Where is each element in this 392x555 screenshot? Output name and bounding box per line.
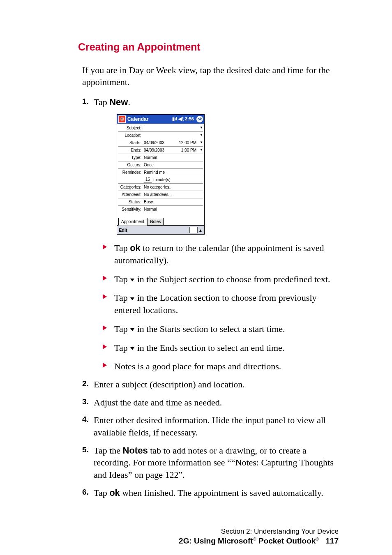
- starts-value[interactable]: 04/09/2003 12:00 PM ▼: [143, 140, 203, 146]
- step-number: 6.: [82, 487, 89, 497]
- device-screenshot: ⊞ Calendar ▮ıl ◀ξ 2:56 ok Subject: ▼: [117, 114, 205, 235]
- reminder-label: Reminder:: [118, 170, 143, 175]
- reminder-time[interactable]: 15 minute(s): [143, 177, 203, 183]
- step-1: 1. Tap New. ⊞ Calendar ▮ıl ◀ξ 2:56 ok: [82, 96, 343, 373]
- type-value[interactable]: Normal: [143, 155, 203, 161]
- status-value[interactable]: Busy: [143, 199, 203, 205]
- dropdown-icon[interactable]: ▼: [200, 126, 203, 130]
- reminder-value[interactable]: Remind me: [143, 170, 203, 175]
- step-2: 2. Enter a subject (description) and loc…: [82, 378, 343, 391]
- bullet-location: Tap in the Location section to choose fr…: [103, 292, 343, 316]
- step-number: 2.: [82, 378, 89, 389]
- ends-value[interactable]: 04/09/2003 1:00 PM ▼: [143, 147, 203, 153]
- registered-symbol: ®: [253, 537, 256, 541]
- tab-appointment[interactable]: Appointment: [118, 218, 147, 226]
- registered-symbol: ®: [316, 537, 319, 541]
- triangle-bullet-icon: [103, 363, 107, 368]
- sensitivity-label: Sensitivity:: [118, 207, 143, 212]
- step1-pre: Tap: [94, 97, 109, 107]
- dropdown-glyph-icon: [130, 347, 134, 350]
- step-number: 5.: [82, 444, 89, 455]
- attendees-value[interactable]: No attendees...: [143, 192, 203, 198]
- categories-label: Categories:: [118, 184, 143, 190]
- signal-icon: ▮ıl: [172, 116, 177, 122]
- app-title: Calendar: [127, 116, 172, 122]
- step1-bold: New: [109, 97, 128, 107]
- step-6: 6. Tap ok when finished. The appointment…: [82, 487, 343, 499]
- footer-chapter: 2G: Using Microsoft: [179, 537, 253, 546]
- step-3: 3. Adjust the date and time as needed.: [82, 396, 343, 409]
- clock-time: 2:56: [185, 116, 194, 122]
- triangle-bullet-icon: [103, 244, 107, 249]
- location-input[interactable]: ▼: [143, 133, 203, 138]
- bullet-subject: Tap in the Subject section to choose fro…: [103, 273, 343, 286]
- sensitivity-value[interactable]: Normal: [143, 207, 203, 212]
- triangle-bullet-icon: [103, 325, 107, 330]
- occurs-value[interactable]: Once: [143, 162, 203, 168]
- location-label: Location:: [118, 133, 143, 138]
- step-5: 5. Tap the Notes tab to add notes or a d…: [82, 444, 343, 481]
- subject-label: Subject:: [118, 125, 143, 131]
- dropdown-icon[interactable]: ▼: [200, 140, 203, 145]
- step-4: 4. Enter other desired information. Hide…: [82, 414, 343, 438]
- sip-arrow-icon[interactable]: ▲: [198, 228, 203, 233]
- dropdown-glyph-icon: [130, 297, 134, 300]
- bullet-ok: Tap ok to return to the calendar (the ap…: [103, 242, 343, 266]
- type-label: Type:: [118, 155, 143, 161]
- triangle-bullet-icon: [103, 344, 107, 349]
- section-heading: Creating an Appointment: [78, 41, 343, 53]
- dropdown-icon[interactable]: ▼: [200, 133, 203, 138]
- page-number: 117: [325, 537, 339, 546]
- attendees-label: Attendees:: [118, 192, 143, 198]
- occurs-label: Occurs:: [118, 162, 143, 168]
- status-label: Status:: [118, 199, 143, 205]
- bullet-notes: Notes is a good place for maps and direc…: [103, 360, 343, 373]
- intro-paragraph: If you are in Day or Week view, tap the …: [78, 64, 343, 88]
- categories-value[interactable]: No categories...: [143, 184, 203, 190]
- subject-input[interactable]: ▼: [143, 126, 203, 130]
- dropdown-icon[interactable]: ▼: [200, 148, 203, 152]
- triangle-bullet-icon: [103, 294, 107, 299]
- ends-label: Ends:: [118, 147, 143, 153]
- step1-post: .: [128, 97, 130, 107]
- speaker-icon: ◀ξ: [178, 116, 184, 122]
- bullet-ends: Tap in the Ends section to select an end…: [103, 342, 343, 354]
- footer-chapter2: Pocket Outlook: [256, 537, 316, 546]
- ok-button[interactable]: ok: [196, 116, 203, 122]
- bullet-starts: Tap in the Starts section to select a st…: [103, 323, 343, 335]
- titlebar: ⊞ Calendar ▮ıl ◀ξ 2:56 ok: [117, 115, 204, 124]
- dropdown-glyph-icon: [130, 328, 134, 331]
- starts-label: Starts:: [118, 140, 143, 146]
- step-number: 1.: [82, 96, 89, 107]
- dropdown-glyph-icon: [130, 279, 134, 281]
- step-number: 4.: [82, 414, 89, 425]
- page-footer: Section 2: Understanding Your Device 2G:…: [78, 527, 343, 546]
- triangle-bullet-icon: [103, 276, 107, 281]
- tab-notes[interactable]: Notes: [147, 218, 164, 226]
- edit-menu[interactable]: Edit: [119, 227, 189, 233]
- start-icon[interactable]: ⊞: [118, 115, 126, 123]
- footer-section: Section 2: Understanding Your Device: [78, 527, 339, 536]
- keyboard-icon[interactable]: [189, 227, 198, 233]
- step-number: 3.: [82, 396, 89, 407]
